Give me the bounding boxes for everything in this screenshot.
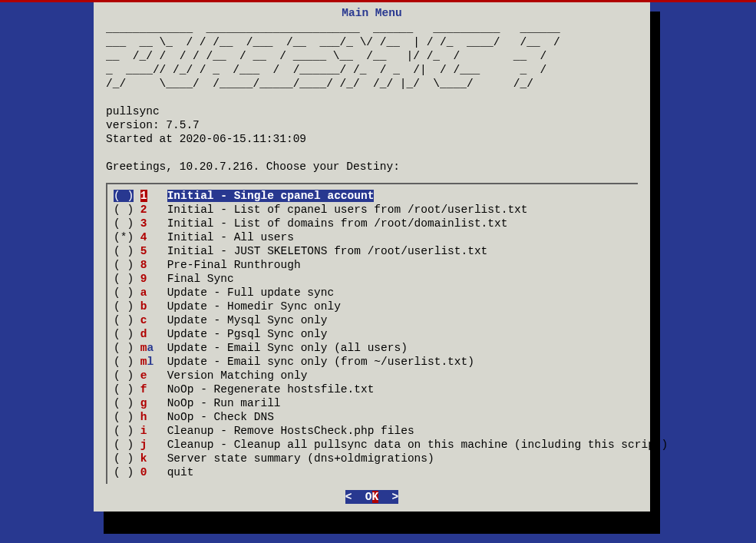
radio-icon: ( ) — [114, 286, 134, 299]
ok-lt: < — [345, 491, 365, 503]
ok-gt: > — [378, 491, 398, 503]
menu-key: f — [140, 383, 147, 396]
menu-item-0[interactable]: ( ) 0 quit — [114, 465, 632, 479]
menu-desc: Cleanup - Remove HostsCheck.php files — [167, 425, 414, 437]
radio-icon: ( ) — [114, 397, 134, 409]
menu-list: ( ) 1 Initial - Single cpanel account( )… — [114, 189, 632, 479]
radio-icon: ( ) — [114, 411, 134, 423]
menu-key: d — [140, 328, 147, 340]
radio-icon: (*) — [114, 231, 134, 243]
menu-desc: Initial - List of domains from /root/dom… — [167, 217, 508, 230]
menu-item-f[interactable]: ( ) f NoOp - Regenerate hostsfile.txt — [114, 382, 632, 396]
menu-key: 2 — [140, 204, 147, 216]
ok-o: O — [365, 491, 372, 503]
menu-desc: Update - Homedir Sync only — [167, 300, 341, 313]
ok-button[interactable]: < OK > — [345, 490, 399, 504]
ascii-art: _____________ _______________________ __… — [94, 22, 650, 91]
radio-icon: ( ) — [114, 190, 134, 202]
menu-key2: a — [147, 342, 154, 354]
menu-desc: Server state summary (dns+oldmigrations) — [167, 452, 434, 465]
radio-icon: ( ) — [114, 342, 134, 354]
radio-icon: ( ) — [114, 356, 134, 368]
menu-item-g[interactable]: ( ) g NoOp - Run marill — [114, 396, 632, 410]
menu-key: e — [140, 369, 147, 382]
menu-key: m — [140, 356, 147, 368]
menu-key: 3 — [140, 217, 147, 230]
radio-icon: ( ) — [114, 425, 134, 437]
menu-desc: NoOp - Regenerate hostsfile.txt — [167, 383, 375, 396]
menu-item-c[interactable]: ( ) c Update - Mysql Sync only — [114, 313, 632, 327]
app-name: pullsync — [94, 104, 650, 118]
menu-item-k[interactable]: ( ) k Server state summary (dns+oldmigra… — [114, 452, 632, 465]
menu-item-h[interactable]: ( ) h NoOp - Check DNS — [114, 410, 632, 424]
radio-icon: ( ) — [114, 217, 134, 230]
menu-item-a[interactable]: ( ) a Update - Full update sync — [114, 286, 632, 300]
greeting-line: Greetings, 10.20.7.216. Choose your Dest… — [94, 160, 650, 174]
menu-item-9[interactable]: ( ) 9 Final Sync — [114, 272, 632, 286]
menu-desc: NoOp - Check DNS — [167, 411, 274, 423]
menu-desc: Initial - All users — [167, 231, 294, 243]
menu-desc: Final Sync — [167, 273, 234, 285]
radio-icon: ( ) — [114, 259, 134, 271]
radio-icon: ( ) — [114, 383, 134, 396]
menu-desc: Version Matching only — [167, 369, 308, 382]
ok-hotkey: K — [372, 491, 379, 503]
menu-desc: Initial - JUST SKELETONS from /root/user… — [167, 245, 488, 257]
menu-desc: Update - Pgsql Sync only — [167, 328, 328, 340]
menu-item-8[interactable]: ( ) 8 Pre-Final Runthrough — [114, 258, 632, 272]
menu-key: i — [140, 425, 147, 437]
menu-key: c — [140, 314, 147, 326]
button-row: < OK > — [94, 490, 650, 504]
menu-item-3[interactable]: ( ) 3 Initial - List of domains from /ro… — [114, 217, 632, 230]
radio-icon: ( ) — [114, 328, 134, 340]
radio-icon: ( ) — [114, 273, 134, 285]
menu-key: h — [140, 411, 147, 423]
radio-icon: ( ) — [114, 245, 134, 257]
menu-desc: Update - Email Sync only (all users) — [167, 342, 408, 354]
menu-item-ml[interactable]: ( ) ml Update - Email sync only (from ~/… — [114, 355, 632, 369]
menu-key: 5 — [140, 245, 147, 257]
radio-icon: ( ) — [114, 452, 134, 465]
menu-item-2[interactable]: ( ) 2 Initial - List of cpanel users fro… — [114, 203, 632, 217]
started-line: Started at 2020-06-15.11:31:09 — [94, 132, 650, 146]
menu-item-5[interactable]: ( ) 5 Initial - JUST SKELETONS from /roo… — [114, 244, 632, 258]
blank-line-1 — [94, 91, 650, 104]
menu-desc: Update - Email sync only (from ~/userlis… — [167, 356, 474, 368]
radio-icon: ( ) — [114, 204, 134, 216]
menu-key: j — [140, 439, 147, 451]
radio-icon: ( ) — [114, 369, 134, 382]
menu-item-i[interactable]: ( ) i Cleanup - Remove HostsCheck.php fi… — [114, 424, 632, 438]
radio-icon: ( ) — [114, 300, 134, 313]
version-line: version: 7.5.7 — [94, 118, 650, 132]
menu-key: 9 — [140, 273, 147, 285]
menu-item-j[interactable]: ( ) j Cleanup - Cleanup all pullsync dat… — [114, 438, 632, 452]
menu-desc: Pre-Final Runthrough — [167, 259, 301, 271]
radio-icon: ( ) — [114, 466, 134, 478]
menu-key2: l — [147, 356, 154, 368]
menu-key: g — [140, 397, 147, 409]
dialog-title: Main Menu — [94, 2, 650, 22]
menu-key: a — [140, 286, 147, 299]
menu-desc: NoOp - Run marill — [167, 397, 281, 409]
menu-key: 0 — [140, 466, 147, 478]
radio-icon: ( ) — [114, 314, 134, 326]
menu-key: 1 — [140, 190, 147, 202]
menu-item-d[interactable]: ( ) d Update - Pgsql Sync only — [114, 327, 632, 341]
menu-desc: Update - Full update sync — [167, 286, 335, 299]
menu-item-e[interactable]: ( ) e Version Matching only — [114, 369, 632, 382]
menu-key: k — [140, 452, 147, 465]
menu-item-ma[interactable]: ( ) ma Update - Email Sync only (all use… — [114, 341, 632, 355]
menu-key: m — [140, 342, 147, 354]
menu-key: 8 — [140, 259, 147, 271]
menu-desc: quit — [167, 466, 194, 478]
menu-item-b[interactable]: ( ) b Update - Homedir Sync only — [114, 300, 632, 313]
menu-item-4[interactable]: (*) 4 Initial - All users — [114, 230, 632, 244]
menu-item-1[interactable]: ( ) 1 Initial - Single cpanel account — [114, 189, 632, 203]
menu-key: b — [140, 300, 147, 313]
menu-desc: Update - Mysql Sync only — [167, 314, 328, 326]
menu-desc: Initial - Single cpanel account — [167, 190, 375, 202]
main-menu-dialog: Main Menu _____________ ________________… — [94, 2, 650, 512]
blank-line-2 — [94, 146, 650, 160]
radio-icon: ( ) — [114, 439, 134, 451]
menu-frame: ( ) 1 Initial - Single cpanel account( )… — [106, 183, 638, 484]
